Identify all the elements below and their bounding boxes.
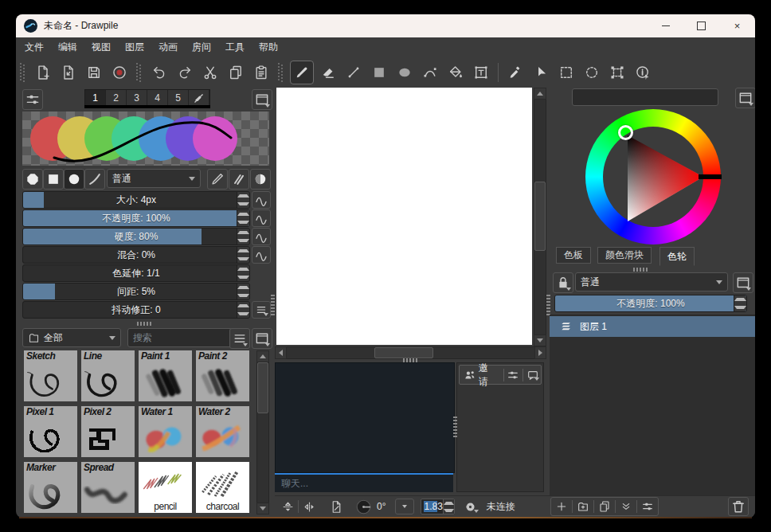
brush-dock-panel-button[interactable]	[252, 89, 272, 110]
toolbar-drag-handle[interactable]	[278, 63, 284, 82]
inspector-button[interactable]	[632, 61, 654, 84]
brush-slider[interactable]: 间距: 5%	[22, 283, 250, 300]
menu-item[interactable]: 房间	[185, 37, 218, 57]
brush-slot-2[interactable]: 2	[106, 90, 127, 106]
transform-button[interactable]	[606, 61, 628, 84]
chat-messages[interactable]	[275, 362, 455, 473]
copy-button[interactable]	[225, 61, 247, 84]
brush-slider[interactable]: 硬度: 80%	[22, 228, 250, 245]
toolbar-drag-handle[interactable]	[136, 63, 142, 82]
brush-preset[interactable]: Sketch	[24, 350, 77, 401]
brush-shape-blob-button[interactable]	[22, 169, 43, 190]
layer-lock-button[interactable]	[553, 272, 573, 293]
new-file-button[interactable]	[32, 61, 54, 84]
ellipse-button[interactable]	[393, 61, 416, 84]
menu-item[interactable]: 图层	[118, 37, 151, 57]
scroll-left-button[interactable]	[275, 346, 287, 359]
delete-layer-button[interactable]	[728, 497, 749, 516]
rect-selection-button[interactable]	[555, 61, 577, 84]
spinner[interactable]	[237, 302, 249, 318]
minimize-button[interactable]	[648, 14, 683, 37]
brush-preset[interactable]: Marker	[24, 462, 77, 513]
brush-shape-stroke-button[interactable]	[84, 169, 105, 190]
preset-filter-select[interactable]: 全部	[22, 328, 121, 347]
add-group-button[interactable]	[573, 499, 593, 514]
brush-preset[interactable]: pencil	[139, 462, 192, 513]
menu-item[interactable]: 动画	[151, 37, 185, 57]
brush-shape-square-button[interactable]	[43, 169, 64, 190]
chat-options-button[interactable]	[525, 367, 541, 382]
brush-preset[interactable]: Pixel 1	[24, 406, 77, 457]
spinner[interactable]	[237, 192, 249, 208]
layer-opacity-slider[interactable]: 不透明度: 100%	[554, 295, 747, 312]
laser-pointer-button[interactable]	[530, 61, 552, 84]
brush-preset[interactable]: Paint 2	[196, 350, 249, 401]
layer-row[interactable]: 图层 1	[550, 316, 755, 337]
line-button[interactable]	[342, 61, 365, 84]
lasso-selection-button[interactable]	[581, 61, 603, 84]
brush-preset[interactable]: charcoal	[196, 462, 249, 513]
menu-item[interactable]: 视图	[84, 37, 118, 57]
scroll-down-button[interactable]	[534, 334, 546, 346]
brush-slider[interactable]: 色延伸: 1/1	[22, 264, 250, 282]
draw-mode-button[interactable]	[207, 169, 228, 190]
scroll-up-button[interactable]	[534, 88, 546, 100]
spinner[interactable]	[237, 284, 249, 299]
record-button[interactable]	[108, 61, 131, 84]
zoom-preset-dropdown[interactable]	[395, 499, 414, 514]
rotation-dial[interactable]	[354, 499, 373, 514]
preset-dock-panel-button[interactable]	[252, 328, 272, 349]
brush-preset[interactable]: Water 1	[139, 406, 192, 457]
brush-preset[interactable]: Paint 1	[139, 350, 192, 401]
invite-button[interactable]: 邀请	[460, 366, 502, 384]
brush-blend-mode-select[interactable]: 普通	[107, 169, 201, 188]
spinner[interactable]	[734, 295, 746, 311]
chat-userlist-splitter[interactable]	[453, 417, 457, 437]
hue-marker[interactable]	[618, 125, 633, 140]
undo-button[interactable]	[148, 61, 170, 84]
redo-button[interactable]	[174, 61, 196, 84]
brush-slider[interactable]: 混合: 0%	[22, 246, 250, 264]
dock-splitter-handle[interactable]	[633, 268, 648, 272]
menu-item[interactable]: 文件	[18, 37, 51, 57]
session-settings-button[interactable]	[505, 367, 521, 382]
curve-button[interactable]	[252, 228, 271, 245]
brush-settings-button[interactable]	[22, 89, 43, 110]
curve-button[interactable]	[252, 191, 271, 209]
layer-dock-panel-button[interactable]	[733, 272, 753, 293]
dock-splitter-handle[interactable]	[137, 322, 151, 326]
brush-slider[interactable]: 抖动修正: 0	[22, 301, 250, 319]
open-file-button[interactable]	[57, 61, 80, 84]
cut-button[interactable]	[199, 61, 221, 84]
preset-scrollbar-thumb[interactable]	[257, 362, 268, 413]
paste-button[interactable]	[250, 61, 272, 84]
tab-色板[interactable]: 色板	[556, 247, 591, 264]
tab-色轮[interactable]: 色轮	[659, 247, 695, 266]
brush-slot-5[interactable]: 5	[168, 90, 189, 106]
freehand-brush-button[interactable]	[290, 61, 314, 84]
zoom-spinbox[interactable]: 1.83	[421, 499, 454, 514]
erase-mode-button[interactable]	[229, 169, 249, 190]
curve-button[interactable]	[252, 246, 271, 264]
preset-menu-button[interactable]	[229, 328, 250, 349]
reset-view-button[interactable]	[328, 499, 344, 514]
brush-slot-eraser[interactable]	[189, 90, 209, 106]
dock-splitter-handle[interactable]	[546, 295, 550, 315]
flip-vertical-button[interactable]	[280, 499, 295, 514]
color-dock-panel-button[interactable]	[735, 88, 755, 108]
menu-item[interactable]: 工具	[218, 37, 252, 57]
annotation-button[interactable]	[470, 61, 492, 84]
spinner[interactable]	[237, 247, 249, 263]
brush-slider[interactable]: 大小: 4px	[22, 191, 250, 209]
chat-input[interactable]	[275, 473, 453, 492]
save-button[interactable]	[83, 61, 105, 84]
flood-fill-button[interactable]	[444, 61, 467, 84]
spinner[interactable]	[237, 210, 249, 226]
scroll-right-button[interactable]	[534, 346, 546, 359]
brush-slider[interactable]: 不透明度: 100%	[22, 209, 250, 227]
close-button[interactable]: ×	[719, 14, 755, 37]
eraser-button[interactable]	[317, 61, 339, 84]
layer-properties-button[interactable]	[637, 499, 658, 514]
brush-slot-4[interactable]: 4	[147, 90, 168, 106]
scroll-up-button[interactable]	[256, 350, 269, 362]
